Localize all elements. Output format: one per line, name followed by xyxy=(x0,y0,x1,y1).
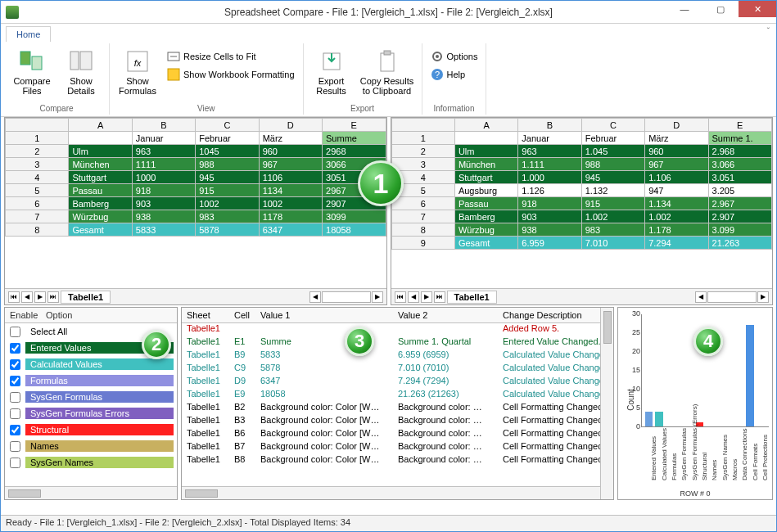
option-checkbox[interactable] xyxy=(10,441,20,452)
diff-row[interactable]: Tabelle1C958787.010 (7010)Calculated Val… xyxy=(182,363,600,376)
sheet-pane-left: ABCDE1JanuarFebruarMärzSumme2Ulm96310459… xyxy=(4,117,387,305)
copy-results-button[interactable]: Copy Results to Clipboard xyxy=(358,45,417,96)
svg-text:fx: fx xyxy=(134,58,142,68)
next-sheet-button[interactable]: ▶ xyxy=(421,291,432,303)
svg-point-12 xyxy=(436,55,439,58)
show-details-button[interactable]: Show Details xyxy=(58,45,104,96)
prev-sheet-button[interactable]: ◀ xyxy=(408,291,419,303)
option-checkbox[interactable] xyxy=(10,327,20,337)
option-row[interactable]: SysGen Names xyxy=(5,454,177,471)
annotation-badge-2: 2 xyxy=(142,330,171,359)
diff-row[interactable]: Tabelle1B7Background color: Color [W…Bac… xyxy=(182,441,600,454)
option-checkbox[interactable] xyxy=(10,392,20,403)
chart-bar xyxy=(645,412,653,426)
diff-col-cell: Cell xyxy=(229,308,255,322)
titlebar: Spreadsheet Compare - File 1: [Vergleich… xyxy=(1,1,776,24)
sheet-tab[interactable]: Tabelle1 xyxy=(61,291,111,304)
compare-files-button[interactable]: Compare Files xyxy=(9,45,55,96)
scroll-left-button[interactable]: ◀ xyxy=(309,291,321,303)
chart-xlabel: ROW # 0 xyxy=(618,489,772,498)
first-sheet-button[interactable]: ⏮ xyxy=(395,291,406,303)
gear-icon xyxy=(431,50,444,63)
last-sheet-button[interactable]: ⏭ xyxy=(434,291,445,303)
diff-row[interactable]: Tabelle1B2Background color: Color [W…Bac… xyxy=(182,402,600,415)
chart-xtick: SysGen Names xyxy=(721,435,729,480)
sheets-area: ABCDE1JanuarFebruarMärzSumme2Ulm96310459… xyxy=(1,117,776,305)
diff-row[interactable]: Tabelle1E91805821.263 (21263)Calculated … xyxy=(182,389,600,402)
app-icon xyxy=(6,6,19,19)
svg-rect-1 xyxy=(32,56,42,70)
scroll-right-button[interactable]: ▶ xyxy=(757,291,769,303)
diff-row[interactable]: Tabelle1B8Background color: Color [W…Bac… xyxy=(182,454,600,467)
option-label: Names xyxy=(25,440,174,452)
formatting-icon xyxy=(167,68,180,81)
options-button[interactable]: Options xyxy=(427,48,481,65)
diff-row[interactable]: Tabelle1B6Background color: Color [W…Bac… xyxy=(182,428,600,441)
option-checkbox[interactable] xyxy=(10,343,20,354)
maximize-button[interactable]: ▢ xyxy=(702,1,739,17)
options-scroll-h[interactable] xyxy=(5,486,177,499)
option-checkbox[interactable] xyxy=(10,376,20,386)
option-label: SysGen Formulas Errors xyxy=(25,408,174,419)
diff-col-desc: Change Description xyxy=(498,308,600,322)
svg-rect-9 xyxy=(381,53,394,71)
export-results-button[interactable]: Export Results xyxy=(309,45,355,96)
chart-xtick: Cell Formats xyxy=(752,444,759,480)
statusbar: Ready - File 1: [Vergleich_1.xlsx] - Fil… xyxy=(1,515,776,531)
chart-xtick: Macros xyxy=(731,459,739,480)
chart-xtick: SysGen Formulas (Errors) xyxy=(691,404,698,480)
diff-row[interactable]: Tabelle1Added Row 5. xyxy=(182,323,600,336)
option-checkbox[interactable] xyxy=(10,458,20,468)
help-button[interactable]: ? Help xyxy=(427,66,481,83)
sheet-tabs-right: ⏮ ◀ ▶ ⏭ Tabelle1 ◀▶ xyxy=(391,288,773,304)
resize-cells-button[interactable]: Resize Cells to Fit xyxy=(164,48,298,65)
sheet-tab[interactable]: Tabelle1 xyxy=(447,291,497,304)
option-row[interactable]: Names xyxy=(5,438,177,454)
clipboard-icon xyxy=(374,48,400,74)
chart-xtick: Data Connections xyxy=(741,428,748,480)
diff-row[interactable]: Tabelle1B958336.959 (6959)Calculated Val… xyxy=(182,349,600,363)
grid-left[interactable]: ABCDE1JanuarFebruarMärzSumme2Ulm96310459… xyxy=(5,118,386,288)
options-col-option: Option xyxy=(41,308,77,322)
option-checkbox[interactable] xyxy=(10,359,20,370)
chart-xtick: Names xyxy=(711,460,718,480)
grid-right[interactable]: ABCDE1JanuarFebruarMärzSumme 1.2Ulm9631.… xyxy=(391,118,773,288)
lower-area: Enable Option Select AllEntered ValuesCa… xyxy=(1,305,776,502)
svg-text:?: ? xyxy=(434,70,439,79)
annotation-badge-4: 4 xyxy=(693,327,723,356)
svg-rect-3 xyxy=(80,52,92,70)
compare-files-icon xyxy=(19,48,45,74)
last-sheet-button[interactable]: ⏭ xyxy=(47,291,59,303)
diff-scroll-h[interactable] xyxy=(182,486,600,499)
options-col-enable: Enable xyxy=(5,308,41,322)
scroll-left-button[interactable]: ◀ xyxy=(695,291,707,303)
ribbon-group-compare: Compare Files Show Details Compare xyxy=(4,43,110,115)
collapse-ribbon-icon[interactable]: ˇ xyxy=(767,27,770,36)
tab-home[interactable]: Home xyxy=(6,26,51,42)
option-row[interactable]: SysGen Formulas Errors xyxy=(5,405,177,422)
diff-row[interactable]: Tabelle1E1SummeSumme 1. QuartalEntered V… xyxy=(182,336,600,349)
minimize-button[interactable]: — xyxy=(666,1,702,17)
diff-row[interactable]: Tabelle1D963477.294 (7294)Calculated Val… xyxy=(182,376,600,389)
diff-list[interactable]: Tabelle1Added Row 5.Tabelle1E1SummeSumme… xyxy=(182,323,600,486)
diff-col-v2: Value 2 xyxy=(393,308,498,322)
next-sheet-button[interactable]: ▶ xyxy=(34,291,46,303)
diff-scroll-v[interactable] xyxy=(600,308,613,499)
chart-xtick: Calculated Values xyxy=(661,428,668,480)
first-sheet-button[interactable]: ⏮ xyxy=(8,291,20,303)
option-checkbox[interactable] xyxy=(10,425,20,435)
prev-sheet-button[interactable]: ◀ xyxy=(21,291,33,303)
chart-xtick: SysGen Formulas xyxy=(680,428,688,480)
scroll-right-button[interactable]: ▶ xyxy=(372,291,383,303)
option-row[interactable]: SysGen Formulas xyxy=(5,389,177,405)
option-row[interactable]: Formulas xyxy=(5,372,177,389)
ribbon: Compare Files Show Details Compare fx Sh… xyxy=(1,42,776,117)
ribbon-group-information: Options ? Help Information xyxy=(422,43,487,115)
diff-col-sheet: Sheet xyxy=(182,308,229,322)
show-formatting-button[interactable]: Show Workbook Formatting xyxy=(164,66,298,83)
diff-row[interactable]: Tabelle1B3Background color: Color [W…Bac… xyxy=(182,415,600,428)
option-row[interactable]: Structural xyxy=(5,422,177,438)
show-formulas-button[interactable]: fx Show Formulas xyxy=(115,45,160,96)
option-checkbox[interactable] xyxy=(10,408,20,419)
close-button[interactable]: ✕ xyxy=(739,1,776,17)
